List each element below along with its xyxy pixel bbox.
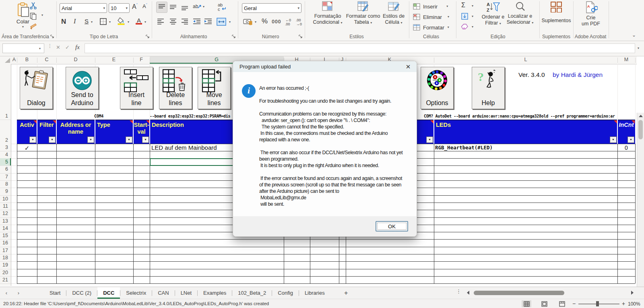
ok-button[interactable]: OK (376, 221, 408, 232)
sheet-tab-selectrix[interactable]: Selectrix (120, 287, 152, 299)
row-number-18[interactable]: 18 (2, 255, 8, 260)
filter-dropdown-button-activ[interactable]: ▼ (29, 136, 36, 143)
clear-button[interactable] (461, 23, 469, 31)
row-number-4[interactable]: 4 (5, 152, 8, 157)
comma-style-button[interactable]: 000 (272, 19, 281, 25)
zoom-in-button[interactable]: + (622, 300, 625, 307)
align-left-button[interactable] (157, 18, 164, 27)
row-number-8[interactable]: 8 (5, 181, 8, 187)
row-number-2[interactable]: 2 (5, 137, 8, 143)
underline-button[interactable]: S (85, 18, 89, 25)
delete-toolbar-button[interactable]: Delete lines (159, 67, 192, 109)
page-break-view-button[interactable] (557, 300, 567, 307)
font-color-button[interactable]: A (136, 17, 142, 25)
number-format-select[interactable]: Geral▾ (242, 3, 301, 13)
row-number-7[interactable]: 7 (5, 174, 8, 180)
horizontal-scrollbar-thumb[interactable] (474, 291, 564, 295)
filter-dropdown-button-leds[interactable]: ▼ (610, 136, 617, 143)
row-number-9[interactable]: 9 (5, 188, 8, 194)
filter-dropdown-button-address[interactable]: ▼ (87, 136, 94, 143)
decrease-decimal-button[interactable]: .00 →0 (295, 18, 304, 27)
insert-toolbar-button[interactable]: Insert line (120, 67, 153, 109)
normal-view-button[interactable] (522, 300, 531, 307)
formula-bar-expand-chevron-icon[interactable]: ▾ (638, 47, 639, 50)
fill-chevron-icon[interactable]: ▾ (472, 15, 473, 18)
format-cells-button[interactable]: Formatar ▾ (413, 23, 449, 31)
orientation-chevron-icon[interactable]: ▾ (203, 5, 204, 8)
sheet-tab-config[interactable]: Config (272, 287, 299, 299)
row-number-15[interactable]: 15 (2, 233, 8, 238)
sheet-tab-102-beta-2[interactable]: 102_Beta_2 (232, 287, 272, 299)
create-pdf-button[interactable]: A Crie um PDF (576, 1, 605, 27)
row-number-14[interactable]: 14 (2, 225, 8, 231)
column-letter-A[interactable]: A (12, 57, 16, 62)
font-name-select[interactable]: Arial▾ (60, 3, 107, 13)
addins-button[interactable]: Suplementos (541, 1, 572, 24)
decrease-indent-button[interactable] (193, 18, 201, 27)
zoom-out-button[interactable]: − (572, 300, 576, 307)
hscroll-right-icon[interactable] (631, 291, 634, 295)
row-number-19[interactable]: 19 (2, 262, 8, 268)
formula-input[interactable] (85, 43, 635, 53)
page-layout-view-button[interactable] (539, 300, 549, 307)
find-select-button[interactable]: Localizar e Selecionar ▾ (503, 1, 537, 25)
row-number-10[interactable]: 10 (2, 196, 8, 202)
zoom-slider[interactable] (578, 304, 619, 304)
row-number-13[interactable]: 13 (2, 218, 8, 224)
orientation-button[interactable]: ab (193, 2, 202, 12)
fx-icon[interactable]: fx (75, 44, 80, 51)
dialog-close-icon[interactable]: ✕ (405, 63, 412, 70)
filter-dropdown-button-k[interactable]: ▼ (426, 136, 433, 143)
accounting-chevron-icon[interactable]: ▾ (255, 21, 256, 24)
align-middle-button[interactable] (169, 3, 177, 12)
move-toolbar-button[interactable]: Move lines (198, 67, 231, 109)
insert-cells-button[interactable]: Inserir ▾ (413, 2, 448, 10)
row-number-1[interactable]: 1 (5, 113, 8, 119)
borders-chevron-icon[interactable]: ▾ (109, 21, 111, 24)
enter-icon[interactable]: ✓ (65, 44, 70, 50)
align-center-button[interactable] (169, 18, 177, 27)
sheet-tab-examples[interactable]: Examples (198, 287, 232, 299)
delete-cells-button[interactable]: Eliminar ▾ (413, 13, 449, 21)
accounting-format-button[interactable] (243, 18, 253, 27)
clipboard-dialog-launcher[interactable] (50, 35, 54, 39)
increase-font-button[interactable]: Aˆ (132, 3, 138, 10)
scroll-up-icon[interactable] (639, 115, 643, 117)
format-painter-button[interactable] (30, 23, 37, 31)
sheet-tab-start[interactable]: Start (44, 287, 66, 299)
select-all-corner[interactable] (4, 58, 10, 63)
filter-dropdown-button-startval[interactable]: ▼ (142, 136, 149, 143)
autosum-chevron-icon[interactable]: ▾ (472, 4, 473, 8)
tab-options-icon[interactable]: ⋮ (456, 290, 461, 293)
cut-button[interactable] (29, 2, 37, 11)
row-number-6[interactable]: 6 (5, 166, 8, 172)
cell-M3-incnt[interactable]: 0 (625, 145, 628, 151)
help-toolbar-button[interactable]: ? Help (472, 67, 505, 109)
cell-styles-button[interactable]: Estilos de Célula ▾ (380, 1, 407, 25)
row-number-20[interactable]: 20 (2, 270, 8, 275)
clipboard-more-chevron-icon[interactable]: ▾ (41, 14, 43, 17)
column-letter-D[interactable]: D (74, 57, 77, 62)
format-as-table-button[interactable]: Formatar como Tabela ▾ (345, 1, 382, 25)
cell-L3-leds[interactable]: RGB_Heartbeat(#LED) (435, 145, 493, 151)
alignment-dialog-launcher[interactable] (232, 35, 236, 39)
wrap-text-button[interactable]: ab c (217, 2, 227, 13)
align-bottom-button[interactable] (181, 3, 188, 12)
options-toolbar-button[interactable]: Options (421, 67, 454, 109)
hscroll-left-icon[interactable] (467, 291, 469, 295)
row-number-21[interactable]: 21 (2, 277, 8, 283)
clear-chevron-icon[interactable]: ▾ (472, 25, 473, 29)
merge-chevron-icon[interactable]: ▾ (229, 21, 231, 24)
underline-chevron-icon[interactable]: ▾ (91, 21, 93, 24)
send-toolbar-button[interactable]: Send to Arduino (66, 67, 99, 109)
new-sheet-button[interactable]: + (340, 287, 352, 299)
prev-sheet-icon[interactable]: ‹ (3, 287, 10, 299)
align-right-button[interactable] (181, 18, 188, 27)
copy-button[interactable] (30, 12, 37, 21)
name-box[interactable]: ▾ (2, 43, 44, 53)
next-sheet-icon[interactable]: › (15, 287, 22, 299)
dialog-toolbar-button[interactable]: Dialog (20, 67, 53, 109)
row-number-5[interactable]: 5 (5, 159, 8, 165)
filter-dropdown-button-type[interactable]: ▼ (126, 136, 132, 143)
font-dialog-launcher[interactable] (146, 35, 150, 39)
